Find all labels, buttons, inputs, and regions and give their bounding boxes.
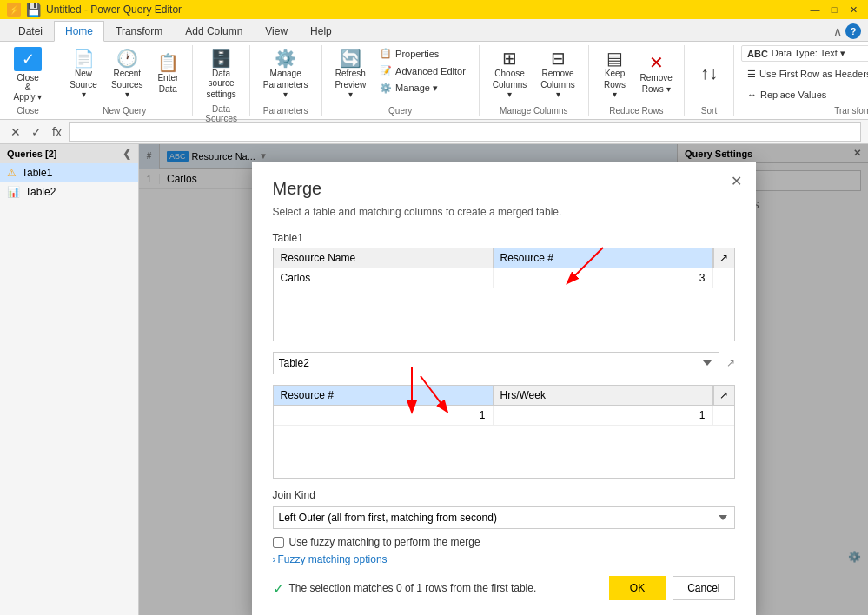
manage-button[interactable]: ⚙️ Manage ▾ — [374, 80, 472, 96]
ribbon-group-new-query: 📄 New Source ▾ 🕐 Recent Sources ▾ 📋 Ente… — [56, 45, 193, 116]
fuzzy-options-link[interactable]: › Fuzzy matching options — [273, 553, 735, 565]
data-type-icon: ABC — [747, 49, 768, 59]
title-text: Untitled - Power Query Editor — [46, 3, 182, 16]
table2-data-col1-1: 1 — [274, 406, 494, 425]
maximize-button[interactable]: □ — [826, 2, 842, 17]
ribbon-group-reduce-rows: ▤ Keep Rows ▾ ✕ Remove Rows ▾ Reduce Row… — [589, 45, 685, 116]
sidebar-item-table2[interactable]: 📊 Table2 — [0, 182, 138, 202]
close-apply-button[interactable]: ✓ Close & Apply ▾ — [7, 45, 49, 102]
reduce-rows-group-label: Reduce Rows — [596, 104, 677, 116]
table1-data-row-1: Carlos 3 — [274, 268, 734, 288]
fuzzy-matching-row: Use fuzzy matching to perform the merge — [273, 536, 735, 548]
table1-label: Table1 — [273, 232, 735, 244]
manage-parameters-button[interactable]: ⚙️ Manage Parameters ▾ — [257, 45, 315, 102]
table1-expand-icon[interactable]: ↗ — [713, 248, 734, 268]
modal-overlay: ✕ Merge Select a table and matching colu… — [139, 144, 868, 615]
ribbon: ✓ Close & Apply ▾ Close 📄 New Source ▾ 🕐… — [0, 42, 868, 120]
table2-expand-icon[interactable]: ↗ — [713, 386, 734, 405]
sidebar-title: Queries [2] — [7, 149, 56, 159]
modal-title: Merge — [273, 179, 735, 199]
choose-columns-button[interactable]: ⊞ Choose Columns ▾ — [487, 45, 533, 102]
formula-input[interactable] — [69, 122, 861, 142]
properties-icon: 📋 — [380, 48, 392, 59]
refresh-preview-button[interactable]: 🔄 Refresh Preview ▾ — [329, 45, 373, 102]
help-button[interactable]: ? — [845, 23, 861, 39]
save-icon[interactable]: 💾 — [26, 3, 41, 17]
remove-rows-button[interactable]: ✕ Remove Rows ▾ — [635, 45, 677, 102]
tab-transform[interactable]: Transform — [104, 21, 174, 41]
data-type-button[interactable]: ABC Data Type: Text ▾ — [741, 45, 868, 62]
modal-close-button[interactable]: ✕ — [726, 170, 747, 191]
fuzzy-matching-label: Use fuzzy matching to perform the merge — [289, 536, 480, 548]
data-source-settings-button[interactable]: 🗄️ Data source settings — [200, 45, 242, 102]
table2-col1-header[interactable]: Resource # — [274, 386, 494, 405]
manage-icon: ⚙️ — [380, 83, 392, 94]
formula-bar: ✕ ✓ fx — [0, 120, 868, 144]
fuzzy-matching-checkbox[interactable] — [273, 537, 284, 548]
tab-add-column[interactable]: Add Column — [174, 21, 254, 41]
tab-datei[interactable]: Datei — [7, 21, 54, 41]
sidebar: Queries [2] ❮ ⚠ Table1 📊 Table2 — [0, 144, 139, 615]
replace-values-button[interactable]: ↔ Replace Values — [741, 87, 868, 102]
sort-group-label: Sort — [692, 104, 726, 116]
table1-data-col2-1: 3 — [494, 268, 713, 288]
cancel-button[interactable]: Cancel — [673, 576, 734, 600]
app-icon: ⚡ — [7, 3, 21, 17]
use-first-row-button[interactable]: ☰ Use First Row as Headers ▾ — [741, 66, 868, 83]
sort-asc-button[interactable]: ↑↓ — [692, 45, 726, 102]
ribbon-group-manage-columns: ⊞ Choose Columns ▾ ⊟ Remove Columns ▾ Ma… — [480, 45, 589, 116]
ribbon-group-query: 🔄 Refresh Preview ▾ 📋 Properties 📝 Advan… — [322, 45, 480, 116]
table2-select[interactable]: Table2 — [273, 352, 719, 374]
replace-values-icon: ↔ — [747, 89, 757, 100]
properties-button[interactable]: 📋 Properties — [374, 45, 472, 62]
table1-data-col1-1: Carlos — [274, 268, 494, 288]
status-check-icon: ✓ — [273, 580, 284, 597]
ribbon-group-parameters: ⚙️ Manage Parameters ▾ Parameters — [250, 45, 322, 116]
footer-buttons: OK Cancel — [609, 576, 735, 600]
tab-view[interactable]: View — [254, 21, 299, 41]
table2-header-row: Resource # Hrs/Week ↗ — [274, 386, 734, 406]
ribbon-tabs: Datei Home Transform Add Column View Hel… — [0, 19, 868, 42]
close-button[interactable]: ✕ — [845, 2, 861, 17]
parameters-group-label: Parameters — [257, 104, 315, 116]
ribbon-group-data-sources: 🗄️ Data source settings Data Sources — [193, 45, 249, 116]
cancel-formula-button[interactable]: ✕ — [7, 123, 24, 141]
query-group-label: Query — [329, 104, 472, 116]
collapse-ribbon-btn[interactable]: ∧ — [833, 24, 842, 38]
tab-home[interactable]: Home — [54, 21, 104, 42]
keep-rows-button[interactable]: ▤ Keep Rows ▾ — [596, 45, 634, 102]
enter-data-button[interactable]: 📋 Enter Data — [150, 45, 185, 102]
table2-container: Resource # Hrs/Week ↗ 1 1 — [273, 385, 735, 479]
sidebar-item-table2-label: Table2 — [25, 186, 56, 198]
tab-help[interactable]: Help — [299, 21, 343, 41]
minimize-button[interactable]: — — [807, 2, 823, 17]
close-group-label: Close — [7, 104, 49, 116]
ribbon-group-transform: ABC Data Type: Text ▾ ☰ Use First Row as… — [734, 45, 868, 116]
advanced-editor-icon: 📝 — [380, 65, 392, 76]
table2-dropdown-row: Table2 ↗ — [273, 352, 735, 374]
table2-col2-header[interactable]: Hrs/Week — [494, 386, 713, 405]
new-source-button[interactable]: 📄 New Source ▾ — [63, 45, 103, 102]
title-bar: ⚡ 💾 Untitled - Power Query Editor — □ ✕ — [0, 0, 868, 19]
table1-col2-header[interactable]: Resource # — [494, 248, 713, 268]
sidebar-collapse-button[interactable]: ❮ — [123, 148, 131, 160]
sidebar-item-table1[interactable]: ⚠ Table1 — [0, 163, 138, 182]
title-bar-left: ⚡ 💾 Untitled - Power Query Editor — [7, 3, 182, 17]
recent-sources-button[interactable]: 🕐 Recent Sources ▾ — [105, 45, 149, 102]
confirm-formula-button[interactable]: ✓ — [28, 123, 45, 141]
fuzzy-options-label: Fuzzy matching options — [278, 553, 388, 565]
join-kind-select[interactable]: Left Outer (all from first, matching fro… — [273, 506, 735, 529]
table1-col1-header[interactable]: Resource Name — [274, 248, 494, 268]
remove-columns-button[interactable]: ⊟ Remove Columns ▾ — [534, 45, 580, 102]
new-query-group-label: New Query — [63, 104, 185, 116]
sidebar-header: Queries [2] ❮ — [0, 144, 138, 163]
data-sources-group-label: Data Sources — [200, 102, 242, 123]
table2-expand-icon[interactable]: ↗ — [726, 357, 735, 369]
ok-button[interactable]: OK — [609, 576, 666, 600]
advanced-editor-button[interactable]: 📝 Advanced Editor — [374, 63, 472, 79]
sidebar-item-table1-icon: ⚠ — [7, 167, 17, 179]
function-button[interactable]: fx — [49, 123, 65, 141]
table2-data-col2-1: 1 — [494, 406, 713, 425]
window-controls: — □ ✕ — [807, 2, 861, 17]
transform-group-label: Transform — [741, 104, 868, 116]
